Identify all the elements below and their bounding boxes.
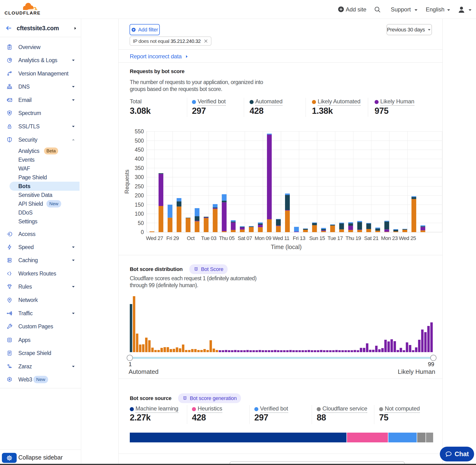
svg-text:Thu 19: Thu 19: [346, 235, 361, 241]
svg-text:450: 450: [135, 147, 144, 153]
svg-text:Sun 15: Sun 15: [309, 235, 325, 241]
svg-text:Sat 07: Sat 07: [238, 235, 252, 241]
svg-text:550: 550: [135, 128, 144, 135]
svg-text:Wed 27: Wed 27: [146, 235, 163, 241]
svg-text:Time (local): Time (local): [271, 243, 302, 250]
svg-text:500: 500: [135, 137, 144, 144]
svg-text:Sat 21: Sat 21: [364, 235, 378, 241]
svg-text:Wed 25: Wed 25: [399, 235, 416, 241]
svg-text:150: 150: [135, 202, 144, 208]
svg-text:Mon 09: Mon 09: [254, 235, 271, 241]
svg-text:Mon 23: Mon 23: [381, 235, 398, 241]
svg-text:Fri 13: Fri 13: [293, 235, 306, 241]
svg-text:Oct: Oct: [187, 235, 195, 241]
svg-text:Tue 03: Tue 03: [201, 235, 216, 241]
svg-text:250: 250: [135, 183, 144, 190]
svg-text:100: 100: [135, 211, 144, 217]
svg-text:Fri 29: Fri 29: [167, 235, 179, 241]
svg-text:0: 0: [141, 229, 144, 235]
svg-text:Thu 05: Thu 05: [219, 235, 234, 241]
svg-text:350: 350: [135, 165, 144, 171]
svg-text:300: 300: [135, 174, 144, 180]
svg-text:Requests: Requests: [124, 169, 130, 194]
svg-text:Tue 17: Tue 17: [328, 235, 343, 241]
svg-text:200: 200: [135, 192, 144, 199]
svg-text:Wed 11: Wed 11: [273, 235, 290, 241]
svg-text:50: 50: [138, 220, 144, 226]
svg-text:400: 400: [135, 156, 144, 162]
